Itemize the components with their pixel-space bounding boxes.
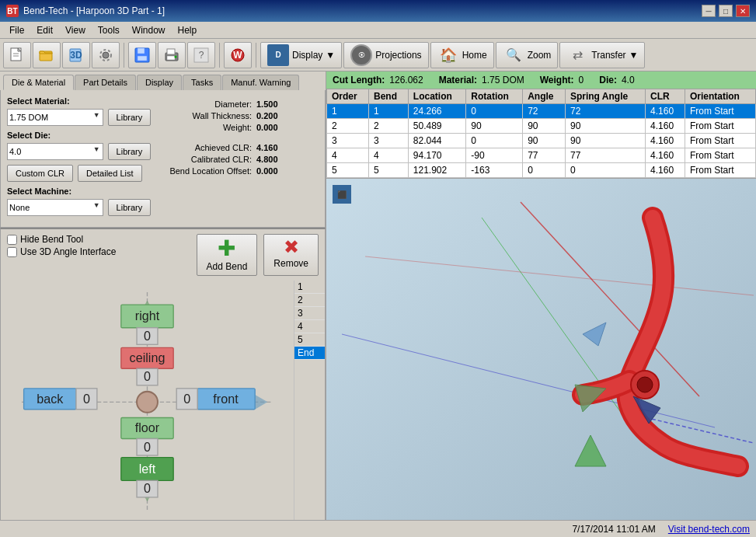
col-clr: CLR bbox=[646, 89, 685, 104]
cell-location: 24.266 bbox=[408, 104, 465, 119]
tab-tasks[interactable]: Tasks bbox=[183, 75, 221, 90]
cell-orientation: From Start bbox=[685, 148, 755, 163]
add-bend-label: Add Bend bbox=[207, 261, 248, 272]
table-row[interactable]: 4494.170-9077774.160From Start bbox=[327, 148, 756, 163]
minimize-button[interactable]: ─ bbox=[702, 5, 716, 17]
toolbar-btn-part[interactable]: 3D bbox=[62, 42, 90, 68]
cell-bend: 2 bbox=[369, 119, 409, 134]
tab-part-details[interactable]: Part Details bbox=[75, 75, 136, 90]
remove-label: Remove bbox=[273, 258, 308, 269]
toolbar-transfer-button[interactable]: ⇄ Transfer ▼ bbox=[559, 42, 645, 68]
app-logo: BT bbox=[6, 5, 19, 17]
table-row[interactable]: 1124.266072724.160From Start bbox=[327, 104, 756, 119]
tabs-row: Die & Material Part Details Display Task… bbox=[0, 71, 326, 90]
cell-angle: 72 bbox=[523, 104, 566, 119]
cell-angle: 0 bbox=[523, 163, 566, 178]
cell-rotation: -163 bbox=[466, 163, 523, 178]
svg-text:left: left bbox=[139, 462, 156, 476]
transfer-icon: ⇄ bbox=[566, 44, 588, 66]
custom-clr-button[interactable]: Custom CLR bbox=[7, 165, 73, 182]
menu-window[interactable]: Window bbox=[126, 23, 172, 37]
menu-view[interactable]: View bbox=[59, 23, 92, 37]
tabs-section: Die & Material Part Details Display Task… bbox=[0, 71, 326, 90]
diameter-value: 1.500 bbox=[256, 99, 319, 109]
cell-orientation: From Start bbox=[685, 134, 755, 148]
die-library-button[interactable]: Library bbox=[108, 143, 152, 160]
use-3d-angle-checkbox[interactable] bbox=[7, 247, 17, 257]
bend-list-item-end[interactable]: End bbox=[294, 347, 325, 360]
svg-text:floor: floor bbox=[135, 420, 160, 434]
toolbar-btn-settings[interactable] bbox=[92, 42, 120, 68]
calibrated-clr-label: Calibrated CLR: bbox=[160, 155, 252, 164]
weight-label: Weight: bbox=[160, 123, 252, 132]
achieved-clr-label: Achieved CLR: bbox=[160, 143, 252, 152]
detailed-list-button[interactable]: Detailed List bbox=[78, 165, 142, 182]
bend-location-offset-value: 0.000 bbox=[256, 166, 319, 176]
toolbar-zoom-button[interactable]: 🔍 Zoom bbox=[496, 42, 559, 68]
cell-spring_angle: 90 bbox=[565, 134, 645, 148]
toolbar-btn-new[interactable] bbox=[3, 42, 31, 68]
material-library-button[interactable]: Library bbox=[108, 109, 152, 126]
hide-bend-tool-label: Hide Bend Tool bbox=[20, 234, 83, 245]
toolbar-btn-open[interactable] bbox=[33, 42, 61, 68]
toolbar-home-button[interactable]: 🏠 Home bbox=[430, 42, 494, 68]
tab-die-material[interactable]: Die & Material bbox=[3, 75, 74, 90]
menu-file[interactable]: File bbox=[3, 23, 30, 37]
svg-text:?: ? bbox=[199, 50, 204, 61]
menu-help[interactable]: Help bbox=[172, 23, 204, 37]
tab-display[interactable]: Display bbox=[137, 75, 182, 90]
toolbar-projections-button[interactable]: ⦿ Projections bbox=[343, 42, 428, 68]
cell-rotation: -90 bbox=[466, 148, 523, 163]
cell-rotation: 0 bbox=[466, 134, 523, 148]
display-label: Display bbox=[292, 50, 322, 61]
add-bend-button[interactable]: ✚ Add Bend bbox=[197, 234, 258, 276]
col-bend: Bend bbox=[369, 89, 409, 104]
hide-bend-tool-checkbox[interactable] bbox=[7, 235, 17, 245]
svg-text:right: right bbox=[135, 309, 160, 323]
machine-select[interactable]: None bbox=[7, 199, 103, 216]
cell-rotation: 90 bbox=[466, 119, 523, 134]
svg-text:back: back bbox=[37, 392, 64, 406]
machine-library-button[interactable]: Library bbox=[108, 199, 152, 216]
bend-list-item-3[interactable]: 3 bbox=[294, 307, 325, 320]
cell-clr: 4.160 bbox=[646, 104, 685, 119]
toolbar-btn-print[interactable] bbox=[158, 42, 186, 68]
cell-order: 3 bbox=[327, 134, 369, 148]
bend-list-item-1[interactable]: 1 bbox=[294, 281, 325, 294]
compass-icon[interactable]: ⬛ bbox=[333, 185, 351, 204]
toolbar-btn-save[interactable] bbox=[128, 42, 156, 68]
close-button[interactable]: ✕ bbox=[736, 5, 750, 17]
weight-summary-value: 0 bbox=[579, 75, 584, 85]
toolbar-btn-4[interactable]: ? bbox=[187, 42, 215, 68]
cell-angle: 77 bbox=[523, 148, 566, 163]
status-bar: 7/17/2014 11:01 AM Visit bend-tech.com bbox=[0, 520, 756, 537]
cell-bend: 4 bbox=[369, 148, 409, 163]
bend-list-item-4[interactable]: 4 bbox=[294, 320, 325, 333]
table-row[interactable]: 3382.044090904.160From Start bbox=[327, 134, 756, 148]
toolbar-btn-5[interactable]: W bbox=[224, 42, 252, 68]
toolbar-display-button[interactable]: D Display ▼ bbox=[260, 42, 342, 68]
svg-text:front: front bbox=[213, 392, 239, 406]
die-select[interactable]: 4.0 bbox=[7, 143, 103, 160]
tab-manuf-warning[interactable]: Manuf. Warning bbox=[222, 75, 299, 90]
toolbar-separator-1 bbox=[124, 43, 124, 68]
menu-tools[interactable]: Tools bbox=[92, 23, 126, 37]
display-dropdown-icon: ▼ bbox=[326, 50, 335, 61]
table-row[interactable]: 2250.4899090904.160From Start bbox=[327, 119, 756, 134]
remove-button[interactable]: ✖ Remove bbox=[263, 234, 319, 276]
cell-clr: 4.160 bbox=[646, 119, 685, 134]
restore-button[interactable]: □ bbox=[719, 5, 733, 17]
cell-location: 50.489 bbox=[408, 119, 465, 134]
bend-list-item-2[interactable]: 2 bbox=[294, 294, 325, 307]
table-row[interactable]: 55121.902-163004.160From Start bbox=[327, 163, 756, 178]
menu-edit[interactable]: Edit bbox=[30, 23, 59, 37]
bend-list-item-5[interactable]: 5 bbox=[294, 333, 325, 347]
cell-clr: 4.160 bbox=[646, 163, 685, 178]
cell-clr: 4.160 bbox=[646, 134, 685, 148]
material-select[interactable]: 1.75 DOM bbox=[7, 109, 103, 126]
visit-link[interactable]: Visit bend-tech.com bbox=[668, 524, 750, 535]
diameter-label: Diameter: bbox=[160, 99, 252, 109]
col-rotation: Rotation bbox=[466, 89, 523, 104]
toolbar: 3D ? W D Display ▼ ⦿ Projections 🏠 Home … bbox=[0, 39, 756, 71]
wall-thickness-label: Wall Thickness: bbox=[160, 111, 252, 120]
